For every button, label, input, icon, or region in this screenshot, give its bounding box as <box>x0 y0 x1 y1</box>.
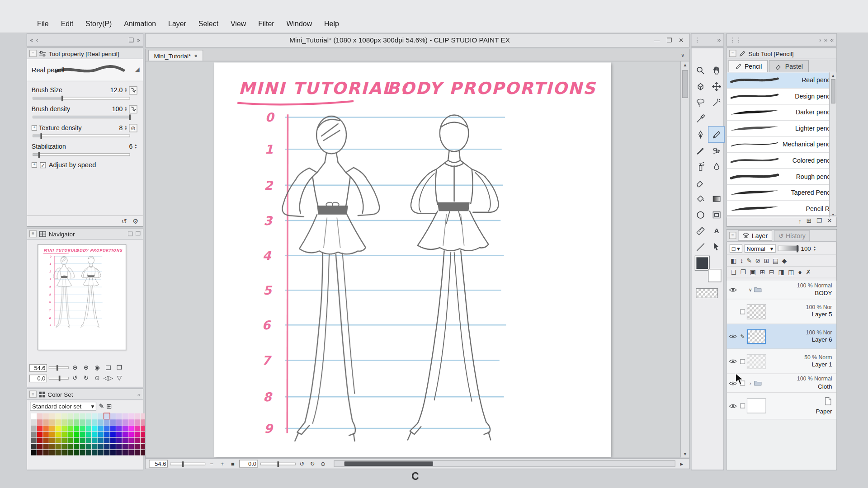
color-swatch[interactable] <box>86 419 91 425</box>
scroll-up-icon[interactable]: ▲ <box>681 61 689 67</box>
rotate-ccw-icon[interactable]: ↺ <box>71 374 80 383</box>
vertical-scrollbar[interactable]: ▲ ▼ <box>680 61 689 458</box>
color-swatch[interactable] <box>55 438 61 443</box>
color-swatch[interactable] <box>37 438 42 443</box>
color-swatch[interactable] <box>37 419 42 425</box>
color-swatch[interactable] <box>104 413 109 419</box>
color-swatch[interactable] <box>128 450 134 455</box>
subtool-tab-pencil[interactable]: Pencil <box>728 60 768 72</box>
new-layer-icon[interactable]: ❏ <box>731 268 736 276</box>
color-swatch[interactable] <box>74 444 79 449</box>
opacity-slider[interactable] <box>778 245 799 251</box>
rotate-cw-icon[interactable]: ↻ <box>308 460 316 468</box>
layer-thumbnail[interactable] <box>747 329 766 344</box>
zoom-100-icon[interactable]: ◉ <box>92 363 102 372</box>
reset-settings-icon[interactable]: ↺ <box>121 217 127 225</box>
color-swatch[interactable] <box>31 419 37 425</box>
layer-checkbox[interactable] <box>738 309 746 314</box>
merge-icon[interactable]: ⊟ <box>769 268 774 276</box>
color-swatch[interactable] <box>80 450 85 455</box>
panel-grip-icon[interactable]: ≡ <box>29 50 37 57</box>
color-swatch[interactable] <box>43 419 49 425</box>
color-swatch[interactable] <box>49 444 55 449</box>
color-swatch[interactable] <box>86 413 91 419</box>
subtool-tab-pastel[interactable]: Pastel <box>769 60 809 72</box>
color-swatch[interactable] <box>116 450 122 455</box>
color-swatch[interactable] <box>43 444 49 449</box>
tool-pen[interactable] <box>693 127 708 142</box>
tool-brush[interactable] <box>693 143 708 158</box>
edit-color-set-icon[interactable]: ✎ <box>99 402 104 410</box>
tool-operation[interactable] <box>693 79 708 94</box>
param-slider[interactable] <box>33 153 130 156</box>
param-spinner[interactable]: ▲▼ <box>124 87 127 93</box>
color-swatch[interactable] <box>80 413 85 419</box>
color-swatch[interactable] <box>98 450 104 455</box>
rotate-value[interactable]: 0.0 <box>29 374 47 382</box>
color-swatch[interactable] <box>49 432 55 437</box>
no-dynamics-button[interactable]: ⊘ <box>129 124 137 132</box>
layer-checkbox[interactable] <box>738 404 746 408</box>
folder-closed-caret-icon[interactable]: › <box>747 380 754 386</box>
subtool-item-rough-pencil[interactable]: Rough pencil <box>727 169 836 185</box>
color-swatch[interactable] <box>116 438 122 443</box>
tool-figure[interactable] <box>693 207 708 222</box>
param-value[interactable]: 6 <box>129 143 132 150</box>
color-swatch[interactable] <box>116 426 122 431</box>
color-swatch[interactable] <box>128 444 134 449</box>
color-swatch[interactable] <box>37 432 42 437</box>
param-slider[interactable] <box>33 135 130 137</box>
color-swatch[interactable] <box>98 438 104 443</box>
rotate-ccw-icon[interactable]: ↺ <box>298 460 306 468</box>
color-swatch[interactable] <box>61 444 67 449</box>
param-spinner[interactable]: ▲▼ <box>124 125 127 131</box>
color-swatch[interactable] <box>61 438 67 443</box>
color-swatch[interactable] <box>110 413 116 419</box>
color-swatch[interactable] <box>98 444 104 449</box>
minimize-icon[interactable]: — <box>654 37 660 44</box>
status-rotate-value[interactable]: 0.0 <box>239 460 258 468</box>
color-swatch[interactable] <box>104 450 109 455</box>
color-swatch[interactable] <box>80 426 85 431</box>
color-swatch[interactable] <box>61 450 67 455</box>
color-swatch[interactable] <box>31 426 37 431</box>
layer-row-body[interactable]: ∨100 % NormalBODY <box>727 281 836 300</box>
tool-frame-border[interactable] <box>708 207 724 222</box>
tool-text[interactable] <box>708 223 724 238</box>
color-swatch[interactable] <box>74 432 79 437</box>
color-swatch[interactable] <box>104 444 109 449</box>
status-rotate-slider[interactable] <box>260 462 296 465</box>
tool-auto-select[interactable] <box>708 94 724 110</box>
subtool-item-pencil-r1[interactable]: Pencil R1 <box>727 201 836 217</box>
visibility-eye-icon[interactable] <box>727 286 739 293</box>
tool-decoration[interactable] <box>708 143 724 158</box>
color-swatch[interactable] <box>123 419 128 425</box>
navigator-thumbnail[interactable] <box>38 244 126 350</box>
menu-edit[interactable]: Edit <box>55 19 79 27</box>
color-swatch[interactable] <box>80 432 85 437</box>
tool-zoom[interactable] <box>693 62 708 78</box>
color-swatch[interactable] <box>55 444 61 449</box>
draft-icon[interactable]: ✎ <box>746 257 752 264</box>
subtool-item-real-pencil[interactable]: Real pencil <box>727 72 836 89</box>
artboard[interactable] <box>214 62 611 457</box>
layer-thumbnail[interactable] <box>747 399 766 413</box>
main-color-chip[interactable] <box>695 256 709 270</box>
color-swatch[interactable] <box>43 426 49 431</box>
color-set-dropdown[interactable]: Standard color set ▾ <box>30 402 96 411</box>
sub-tool-scrollbar[interactable]: ▲ ▼ <box>829 72 836 217</box>
param-value[interactable]: 12.0 <box>110 87 123 94</box>
color-swatch[interactable] <box>49 426 55 431</box>
tool-line[interactable] <box>693 239 708 254</box>
param-spinner[interactable]: ▲▼ <box>134 144 137 149</box>
subtool-item-lighter-pencil[interactable]: Lighter pencil <box>727 121 836 137</box>
color-swatch[interactable] <box>135 413 140 419</box>
color-swatch[interactable] <box>74 450 79 455</box>
vertical-scroll-thumb[interactable] <box>682 70 688 98</box>
color-swatch[interactable] <box>74 419 79 425</box>
color-swatch[interactable] <box>110 419 116 425</box>
chevron-right-icon[interactable]: › <box>819 37 821 43</box>
color-swatch[interactable] <box>110 432 116 437</box>
menu-file[interactable]: File <box>31 19 55 27</box>
rotate-cw-icon[interactable]: ↻ <box>81 374 91 383</box>
